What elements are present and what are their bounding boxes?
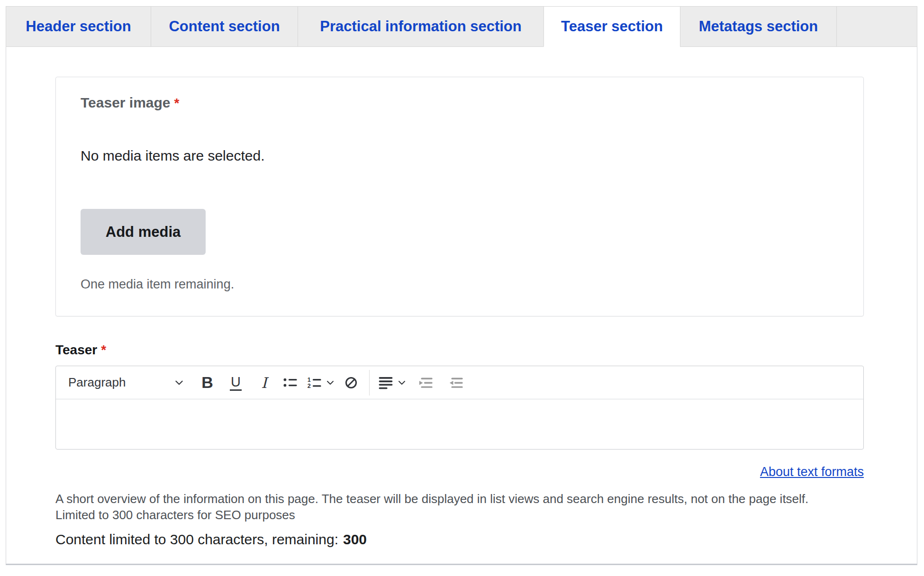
italic-icon: I [261, 374, 267, 391]
outdent-button[interactable] [446, 369, 467, 396]
underline-button[interactable]: U [225, 369, 246, 396]
char-counter: Content limited to 300 characters, remai… [55, 531, 864, 549]
teaser-rich-text-editor: Paragraph B U I [55, 366, 864, 450]
no-media-message: No media items are selected. [81, 147, 839, 164]
required-asterisk: * [174, 96, 180, 110]
svg-text:1: 1 [308, 376, 311, 383]
numbered-list-button[interactable]: 1 2 [307, 369, 335, 396]
indent-icon [418, 374, 435, 391]
page-container: Header section Content section Practical… [6, 6, 917, 565]
editor-toolbar: Paragraph B U I [56, 366, 863, 399]
media-remaining-note: One media item remaining. [81, 277, 839, 292]
tab-teaser-section[interactable]: Teaser section [544, 6, 680, 47]
paragraph-dropdown-label: Paragraph [68, 375, 126, 390]
teaser-field-description: A short overview of the information on t… [55, 491, 864, 523]
tab-practical-information-section[interactable]: Practical information section [298, 6, 544, 47]
section-tab-bar: Header section Content section Practical… [6, 6, 917, 47]
bulleted-list-icon [282, 375, 299, 391]
underline-icon: U [230, 375, 242, 391]
paragraph-style-dropdown[interactable]: Paragraph [68, 369, 184, 396]
description-line: A short overview of the information on t… [55, 491, 864, 507]
toolbar-separator [369, 370, 370, 396]
indent-button[interactable] [416, 369, 437, 396]
about-row: About text formats [55, 465, 864, 479]
editor-content-area[interactable] [56, 399, 863, 449]
svg-text:2: 2 [308, 382, 311, 389]
bold-icon: B [201, 373, 213, 392]
link-button[interactable] [341, 369, 362, 396]
about-text-formats-link[interactable]: About text formats [760, 465, 864, 479]
char-counter-value: 300 [343, 531, 367, 547]
teaser-image-label-row: Teaser image* [81, 94, 839, 111]
teaser-image-fieldset: Teaser image* No media items are selecte… [55, 77, 864, 316]
tab-content-section[interactable]: Content section [151, 6, 298, 47]
tab-metatags-section[interactable]: Metatags section [680, 6, 836, 47]
add-media-button[interactable]: Add media [81, 209, 206, 255]
chevron-down-icon[interactable] [326, 378, 335, 387]
text-alignment-button[interactable] [377, 369, 407, 396]
italic-button[interactable]: I [254, 369, 274, 396]
link-icon [343, 375, 359, 391]
description-line: Limited to 300 characters for SEO purpos… [55, 507, 864, 523]
tab-header-section[interactable]: Header section [6, 6, 151, 47]
teaser-label-row: Teaser* [55, 342, 864, 358]
numbered-list-icon: 1 2 [307, 375, 323, 391]
teaser-image-label: Teaser image [81, 95, 171, 110]
bulleted-list-button[interactable] [280, 369, 301, 396]
teaser-label: Teaser [55, 342, 97, 357]
teaser-section-panel: Teaser image* No media items are selecte… [6, 47, 917, 565]
align-left-icon [377, 374, 394, 391]
bold-button[interactable]: B [197, 369, 217, 396]
tab-bar-spacer [836, 6, 917, 47]
chevron-down-icon [174, 378, 184, 388]
chevron-down-icon[interactable] [397, 378, 407, 387]
required-asterisk: * [101, 342, 106, 357]
char-counter-prefix: Content limited to 300 characters, remai… [55, 531, 338, 547]
outdent-icon [448, 374, 465, 391]
